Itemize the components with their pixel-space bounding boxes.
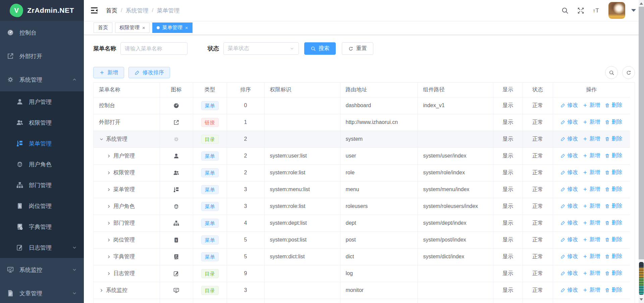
breadcrumb-item[interactable]: 首页 xyxy=(106,7,117,14)
delete-row-link[interactable]: 删除 xyxy=(605,270,622,277)
tab[interactable]: 权限管理× xyxy=(115,23,150,33)
sidebar-item[interactable]: 系统监控 xyxy=(0,258,84,282)
plus-icon xyxy=(583,254,588,259)
chevron-right-icon[interactable] xyxy=(99,288,104,293)
delete-row-link[interactable]: 删除 xyxy=(605,203,622,210)
delete-row-link[interactable]: 删除 xyxy=(605,287,622,294)
sidebar-item[interactable]: 文章管理 xyxy=(0,282,84,303)
edit-row-link[interactable]: 修改 xyxy=(560,270,578,277)
menu-status-select[interactable]: 菜单状态 xyxy=(223,42,299,55)
add-child-link[interactable]: 新增 xyxy=(583,203,600,210)
edit-row-link-label: 修改 xyxy=(567,287,578,294)
add-child-link[interactable]: 新增 xyxy=(583,219,600,226)
cell-menu-icon xyxy=(160,215,193,231)
menu-name-input[interactable] xyxy=(120,42,187,55)
delete-row-link[interactable]: 删除 xyxy=(605,236,622,243)
edit-row-link[interactable]: 修改 xyxy=(560,119,578,126)
edit-sort-button[interactable]: 修改排序 xyxy=(128,67,170,78)
edit-row-link[interactable]: 修改 xyxy=(560,169,578,176)
fullscreen-icon[interactable] xyxy=(577,7,585,14)
tab[interactable]: 菜单管理× xyxy=(152,23,193,33)
chevron-right-icon[interactable] xyxy=(106,204,111,209)
cell-menu-type: 目录 xyxy=(193,265,227,282)
dictionary-icon xyxy=(173,254,179,260)
edit-row-link[interactable]: 修改 xyxy=(560,203,578,210)
search-button[interactable]: 搜索 xyxy=(304,42,336,55)
sidebar-item[interactable]: 用户角色 xyxy=(0,154,84,175)
add-child-link[interactable]: 新增 xyxy=(583,169,600,176)
sidebar-item[interactable]: 系统管理 xyxy=(0,68,84,91)
add-child-link[interactable]: 新增 xyxy=(583,186,600,193)
users-icon xyxy=(16,119,23,126)
font-size-icon[interactable]: TT xyxy=(593,7,600,14)
search-icon[interactable] xyxy=(561,7,569,14)
delete-row-link[interactable]: 删除 xyxy=(605,219,622,226)
chevron-right-icon[interactable] xyxy=(106,254,111,259)
delete-row-link[interactable]: 删除 xyxy=(605,135,622,142)
edit-row-link[interactable]: 修改 xyxy=(560,219,578,226)
add-child-link[interactable]: 新增 xyxy=(583,135,600,142)
tab-close-icon[interactable]: × xyxy=(185,25,188,30)
sidebar-item[interactable]: 控制台 xyxy=(0,21,84,44)
user-avatar[interactable] xyxy=(608,2,625,19)
delete-row-link[interactable]: 删除 xyxy=(605,253,622,260)
delete-row-link[interactable]: 删除 xyxy=(605,169,622,176)
add-child-link[interactable]: 新增 xyxy=(583,270,600,277)
edit-row-link[interactable]: 修改 xyxy=(560,135,578,142)
app-logo-icon: V xyxy=(10,4,23,17)
sidebar-item[interactable]: 字典管理 xyxy=(0,216,84,237)
add-child-link[interactable]: 新增 xyxy=(583,152,600,159)
scrollbar-thumb[interactable] xyxy=(639,7,644,259)
tab-close-icon[interactable]: × xyxy=(142,25,145,30)
scroll-down-icon[interactable] xyxy=(640,298,643,301)
add-child-link[interactable]: 新增 xyxy=(583,119,600,126)
page-scrollbar[interactable] xyxy=(639,0,644,303)
delete-row-link[interactable]: 删除 xyxy=(605,119,622,126)
table-refresh-button[interactable] xyxy=(622,66,635,79)
add-child-link[interactable]: 新增 xyxy=(583,102,600,109)
chevron-right-icon[interactable] xyxy=(106,187,111,192)
tab[interactable]: 首页 xyxy=(94,23,112,33)
scroll-up-icon[interactable] xyxy=(640,2,643,5)
add-child-link[interactable]: 新增 xyxy=(583,253,600,260)
sidebar-item[interactable]: 菜单管理 xyxy=(0,133,84,154)
chevron-right-icon[interactable] xyxy=(106,271,111,276)
table-search-toggle-button[interactable] xyxy=(605,66,618,79)
sidebar-item[interactable]: 用户管理 xyxy=(0,91,84,112)
sidebar-item[interactable]: 外部打开 xyxy=(0,44,84,68)
edit-row-link[interactable]: 修改 xyxy=(560,186,578,193)
user-icon xyxy=(173,153,179,159)
sidebar-item[interactable]: 部门管理 xyxy=(0,175,84,196)
delete-row-link[interactable]: 删除 xyxy=(605,102,622,109)
edit-row-link[interactable]: 修改 xyxy=(560,102,578,109)
delete-row-link[interactable]: 删除 xyxy=(605,152,622,159)
add-button[interactable]: 新增 xyxy=(93,67,124,78)
edit-row-link-label: 修改 xyxy=(567,253,578,260)
edit-row-link[interactable]: 修改 xyxy=(560,287,578,294)
chevron-down-icon[interactable] xyxy=(99,137,104,142)
edit-row-link[interactable]: 修改 xyxy=(560,152,578,159)
chevron-right-icon[interactable] xyxy=(106,237,111,243)
add-child-link[interactable]: 新增 xyxy=(583,236,600,243)
edit-row-link-label: 修改 xyxy=(567,135,578,142)
app-title: ZrAdmin.NET xyxy=(27,6,74,14)
add-child-link-label: 新增 xyxy=(589,219,600,226)
chevron-right-icon[interactable] xyxy=(106,154,111,159)
reset-button[interactable]: 重置 xyxy=(342,42,373,55)
sidebar-item[interactable]: 权限管理 xyxy=(0,112,84,133)
cell-route-path: post xyxy=(340,231,418,248)
svg-text:T: T xyxy=(595,7,599,13)
add-child-link[interactable]: 新增 xyxy=(583,287,600,294)
chevron-right-icon[interactable] xyxy=(106,170,111,175)
table-row: 日志管理目录9log显示正常修改新增删除 xyxy=(94,265,630,282)
cell-visible: 显示 xyxy=(493,265,523,282)
delete-row-link[interactable]: 删除 xyxy=(605,186,622,193)
chevron-right-icon[interactable] xyxy=(106,221,111,226)
hamburger-icon[interactable] xyxy=(90,6,99,15)
edit-row-link[interactable]: 修改 xyxy=(560,253,578,260)
app-logo[interactable]: V ZrAdmin.NET xyxy=(0,0,84,21)
sidebar-item[interactable]: 日志管理 xyxy=(0,237,84,258)
edit-row-link[interactable]: 修改 xyxy=(560,236,578,243)
user-menu-caret-icon[interactable] xyxy=(631,9,636,12)
sidebar-item[interactable]: 1岗位管理 xyxy=(0,196,84,216)
